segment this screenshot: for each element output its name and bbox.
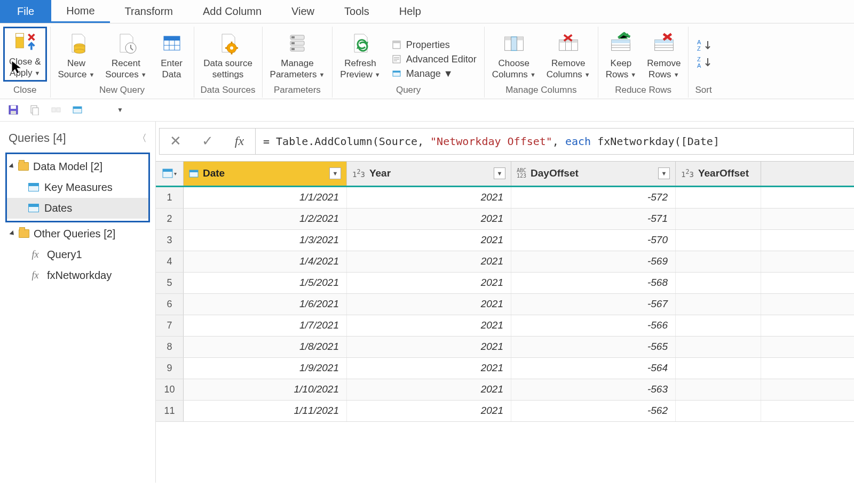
cell[interactable]: 2021 xyxy=(347,251,511,272)
menu-tab-view[interactable]: View xyxy=(276,0,329,23)
column-filter-button[interactable]: ▼ xyxy=(494,167,505,179)
cell[interactable]: -572 xyxy=(511,187,676,208)
cell[interactable]: -565 xyxy=(511,337,676,357)
cell[interactable] xyxy=(676,294,761,315)
choose-columns-button[interactable]: ChooseColumns▼ xyxy=(488,30,540,82)
query-item[interactable]: Key Measures xyxy=(7,177,148,198)
qa-icon-2[interactable] xyxy=(29,104,41,116)
column-header-year[interactable]: 123Year▼ xyxy=(347,162,511,186)
cell[interactable]: 2021 xyxy=(347,209,511,229)
cell[interactable]: 1/2/2021 xyxy=(184,209,347,229)
table-row[interactable]: 101/10/20212021-563 xyxy=(156,379,854,401)
query-group-row[interactable]: Other Queries [2] xyxy=(7,223,150,244)
cell[interactable]: 2021 xyxy=(347,315,511,336)
qa-icon-3[interactable] xyxy=(50,104,62,116)
cell[interactable] xyxy=(676,358,761,379)
cell[interactable]: 1/8/2021 xyxy=(184,337,347,357)
data-source-settings-button[interactable]: Data sourcesettings xyxy=(199,30,257,82)
cell[interactable]: 1/9/2021 xyxy=(184,358,347,379)
cell[interactable]: 1/3/2021 xyxy=(184,230,347,251)
column-filter-button[interactable]: ▼ xyxy=(329,167,341,179)
cell[interactable] xyxy=(676,273,761,293)
cell[interactable]: -570 xyxy=(511,230,676,251)
cell[interactable] xyxy=(676,337,761,357)
save-icon[interactable] xyxy=(7,104,19,116)
enter-data-button[interactable]: EnterData xyxy=(153,30,191,82)
query-item[interactable]: Dates xyxy=(7,198,148,219)
cell[interactable] xyxy=(676,187,761,208)
menu-tab-file[interactable]: File xyxy=(0,0,51,23)
cell[interactable] xyxy=(676,401,761,421)
query-item[interactable]: fxQuery1 xyxy=(7,244,150,265)
cell[interactable]: 1/1/2021 xyxy=(184,187,347,208)
formula-cancel-button[interactable]: ✕ xyxy=(160,129,192,154)
query-item[interactable]: fxfxNetworkday xyxy=(7,265,150,286)
cell[interactable]: 2021 xyxy=(347,230,511,251)
cell[interactable]: -563 xyxy=(511,379,676,400)
manage-button[interactable]: Manage ▼ xyxy=(391,68,453,79)
formula-text[interactable]: = Table.AddColumn(Source, "Networkday Of… xyxy=(256,135,853,148)
cell[interactable] xyxy=(676,315,761,336)
column-filter-button[interactable]: ▼ xyxy=(658,167,670,179)
table-row[interactable]: 61/6/20212021-567 xyxy=(156,294,854,315)
cell[interactable]: -567 xyxy=(511,294,676,315)
cell[interactable]: 1/11/2021 xyxy=(184,401,347,421)
cell[interactable]: 2021 xyxy=(347,273,511,293)
table-row[interactable]: 71/7/20212021-566 xyxy=(156,315,854,337)
cell[interactable] xyxy=(676,251,761,272)
cell[interactable]: -566 xyxy=(511,315,676,336)
new-source-button[interactable]: NewSource▼ xyxy=(54,30,99,82)
cell[interactable]: 1/5/2021 xyxy=(184,273,347,293)
sort-desc-button[interactable]: ZA xyxy=(697,56,713,69)
column-header-yearoffset[interactable]: 123YearOffset xyxy=(676,162,761,186)
cell[interactable]: 2021 xyxy=(347,401,511,421)
cell[interactable]: 2021 xyxy=(347,337,511,357)
menu-tab-add-column[interactable]: Add Column xyxy=(188,0,276,23)
cell[interactable]: -571 xyxy=(511,209,676,229)
qa-icon-4[interactable] xyxy=(72,104,83,116)
table-row[interactable]: 81/8/20212021-565 xyxy=(156,337,854,358)
table-row[interactable]: 51/5/20212021-568 xyxy=(156,273,854,294)
cell[interactable]: -562 xyxy=(511,401,676,421)
menu-tab-tools[interactable]: Tools xyxy=(329,0,384,23)
menu-tab-transform[interactable]: Transform xyxy=(110,0,188,23)
remove-columns-button[interactable]: RemoveColumns▼ xyxy=(542,30,595,82)
cell[interactable]: -569 xyxy=(511,251,676,272)
cell[interactable]: 1/6/2021 xyxy=(184,294,347,315)
table-row[interactable]: 31/3/20212021-570 xyxy=(156,230,854,251)
cell[interactable]: 2021 xyxy=(347,358,511,379)
formula-fx-button[interactable]: fx xyxy=(224,129,256,154)
menu-tab-help[interactable]: Help xyxy=(384,0,436,23)
cell[interactable]: 2021 xyxy=(347,187,511,208)
properties-button[interactable]: Properties xyxy=(391,39,450,51)
column-header-dayoffset[interactable]: ABC123DayOffset▼ xyxy=(511,162,676,186)
cell[interactable]: -568 xyxy=(511,273,676,293)
cell[interactable]: 2021 xyxy=(347,379,511,400)
qa-more-icon[interactable]: ▼ xyxy=(114,104,126,116)
refresh-preview-button[interactable]: RefreshPreview▼ xyxy=(336,30,384,82)
table-row[interactable]: 111/11/20212021-562 xyxy=(156,401,854,422)
manage-parameters-button[interactable]: ManageParameters▼ xyxy=(266,30,329,82)
cell[interactable]: 1/4/2021 xyxy=(184,251,347,272)
cell[interactable] xyxy=(676,379,761,400)
recent-sources-button[interactable]: RecentSources▼ xyxy=(101,30,151,82)
table-row[interactable]: 21/2/20212021-571 xyxy=(156,209,854,230)
close-apply-button[interactable]: Close &Apply▼ xyxy=(3,27,47,82)
cell[interactable]: 1/10/2021 xyxy=(184,379,347,400)
queries-collapse-icon[interactable]: 〈 xyxy=(137,132,147,145)
table-row[interactable]: 11/1/20212021-572 xyxy=(156,187,854,209)
cell[interactable]: 2021 xyxy=(347,294,511,315)
table-row[interactable]: 41/4/20212021-569 xyxy=(156,251,854,273)
cell[interactable]: -564 xyxy=(511,358,676,379)
cell[interactable] xyxy=(676,209,761,229)
grid-corner-button[interactable]: ▾ xyxy=(156,162,184,186)
advanced-editor-button[interactable]: Advanced Editor xyxy=(391,54,477,65)
table-row[interactable]: 91/9/20212021-564 xyxy=(156,358,854,379)
menu-tab-home[interactable]: Home xyxy=(51,0,109,23)
column-header-date[interactable]: Date▼ xyxy=(184,162,347,186)
cell[interactable] xyxy=(676,230,761,251)
formula-commit-button[interactable]: ✓ xyxy=(192,129,224,154)
remove-rows-button[interactable]: RemoveRows▼ xyxy=(643,30,685,82)
cell[interactable]: 1/7/2021 xyxy=(184,315,347,336)
query-group-row[interactable]: Data Model [2] xyxy=(7,156,148,177)
